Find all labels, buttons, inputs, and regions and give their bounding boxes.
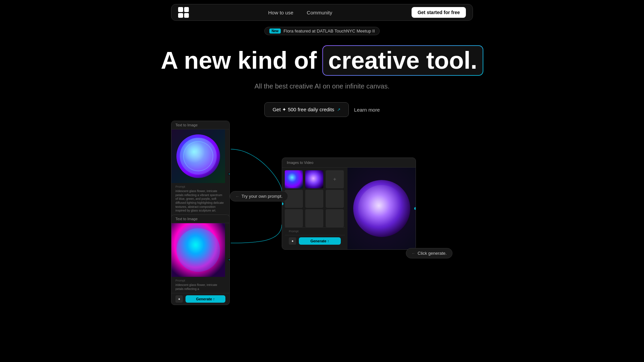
hero-title: A new kind of creative tool. bbox=[161, 45, 483, 76]
video-prompt-label: Prompt bbox=[289, 230, 341, 233]
card-image-bottom bbox=[171, 223, 225, 277]
flower-image-2 bbox=[176, 228, 220, 272]
flower-image-1 bbox=[176, 134, 220, 178]
video-preview-section bbox=[347, 168, 416, 249]
video-card-body: + Prompt ✦ Generate ↑ bbox=[282, 168, 416, 249]
grid-cell-9 bbox=[326, 209, 344, 227]
navigation: How to use Community Get started for fre… bbox=[171, 4, 473, 21]
text-to-image-card-bottom: Text to Image Prompt iridescent glass fl… bbox=[171, 215, 230, 305]
video-generate-button[interactable]: Generate ↑ bbox=[299, 237, 341, 245]
external-link-icon: ↗ bbox=[337, 107, 340, 112]
grid-cell-1 bbox=[285, 170, 303, 188]
grid-cell-5 bbox=[305, 190, 323, 208]
prompt-text-top: iridescent glass flower, intricate petal… bbox=[175, 189, 225, 213]
nav-cta-button[interactable]: Get started for free bbox=[412, 7, 466, 18]
hero-title-highlight: creative tool. bbox=[322, 45, 483, 76]
grid-add-button[interactable]: + bbox=[326, 170, 344, 188]
grid-cell-4 bbox=[285, 190, 303, 208]
logo bbox=[178, 7, 189, 18]
tooltip-click-generate: ← Click generate. bbox=[406, 248, 452, 258]
card-footer-bottom: Prompt iridescent glass flower, intricat… bbox=[171, 277, 229, 293]
tooltip-try-prompt: ← Try your own prompt. bbox=[230, 191, 288, 201]
badge-text: Flora featured at DATLAB TouchNYC Meetup… bbox=[283, 28, 375, 34]
canvas-area: Text to Image Prompt iridescent glass fl… bbox=[171, 121, 473, 349]
hero-title-start: A new kind of bbox=[161, 47, 317, 74]
prompt-label-bottom: Prompt bbox=[175, 279, 225, 282]
nav-how-to-use[interactable]: How to use bbox=[268, 10, 293, 15]
tooltip-arrow-2: ← bbox=[412, 251, 416, 256]
video-settings-icon[interactable]: ✦ bbox=[289, 237, 296, 245]
video-card-header: Images to Video bbox=[282, 158, 416, 168]
settings-icon-bottom[interactable]: ✦ bbox=[175, 295, 183, 303]
images-to-video-card: Images to Video + Prompt bbox=[282, 158, 416, 250]
card-image-top bbox=[171, 129, 225, 183]
nav-community[interactable]: Community bbox=[307, 10, 332, 15]
hero-section: New Flora featured at DATLAB TouchNYC Me… bbox=[0, 27, 644, 117]
hero-actions: Get ✦ 500 free daily credits ↗ Learn mor… bbox=[264, 102, 380, 117]
tooltip-try-prompt-text: Try your own prompt. bbox=[241, 194, 282, 199]
card-actions-bottom: ✦ Generate ↑ bbox=[171, 293, 229, 305]
tooltip-arrow-1: ← bbox=[235, 194, 239, 199]
text-to-image-card-top: Text to Image Prompt iridescent glass fl… bbox=[171, 121, 230, 227]
logo-icon bbox=[178, 7, 189, 18]
video-card-bottom-actions: ✦ Generate ↑ bbox=[285, 235, 345, 247]
connector-dot-video-right bbox=[414, 207, 416, 210]
grid-cell-2 bbox=[305, 170, 323, 188]
connector-dot-bottom-right bbox=[228, 258, 230, 261]
grid-cell-8 bbox=[305, 209, 323, 227]
connector-dot-top-right bbox=[228, 173, 230, 175]
image-grid-section: + Prompt ✦ Generate ↑ bbox=[282, 168, 347, 249]
card-header-bottom: Text to Image bbox=[171, 215, 229, 223]
card-header-top: Text to Image bbox=[171, 121, 229, 129]
learn-more-button[interactable]: Learn more bbox=[354, 107, 380, 113]
grid-cell-6 bbox=[326, 190, 344, 208]
get-credits-button[interactable]: Get ✦ 500 free daily credits ↗ bbox=[264, 102, 349, 117]
announcement-badge[interactable]: New Flora featured at DATLAB TouchNYC Me… bbox=[264, 27, 380, 35]
get-credits-label: Get ✦ 500 free daily credits bbox=[273, 107, 334, 113]
prompt-text-bottom: iridescent glass flower, intricate petal… bbox=[175, 283, 225, 291]
tooltip-click-generate-text: Click generate. bbox=[418, 251, 447, 256]
video-flower-preview bbox=[353, 180, 410, 237]
image-grid: + bbox=[285, 170, 345, 227]
hero-subtitle: All the best creative AI on one infinite… bbox=[255, 82, 389, 90]
nav-links: How to use Community bbox=[268, 10, 332, 15]
prompt-label-top: Prompt bbox=[175, 185, 225, 188]
video-prompt-row: Prompt bbox=[285, 227, 345, 235]
grid-cell-7 bbox=[285, 209, 303, 227]
badge-new-label: New bbox=[269, 28, 281, 34]
generate-button-bottom[interactable]: Generate ↑ bbox=[185, 295, 225, 303]
card-footer-top: Prompt iridescent glass flower, intricat… bbox=[171, 183, 229, 215]
